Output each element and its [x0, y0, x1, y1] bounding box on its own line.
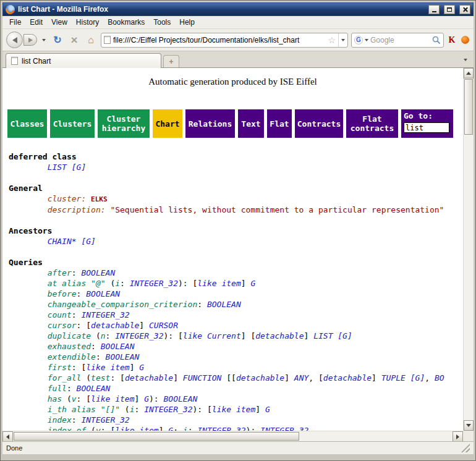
- nav-button-flat[interactable]: Flat: [267, 109, 292, 138]
- scroll-right-button[interactable]: [453, 431, 463, 442]
- menu-tools[interactable]: Tools: [149, 17, 175, 28]
- class-link[interactable]: BOOLEAN: [101, 342, 135, 351]
- search-bar[interactable]: Google: [351, 33, 444, 48]
- nav-button-relations[interactable]: Relations: [185, 109, 235, 138]
- scroll-down-button[interactable]: [464, 420, 474, 431]
- search-icon[interactable]: [432, 36, 441, 44]
- class-link[interactable]: INTEGER_32: [81, 415, 129, 425]
- maximize-button[interactable]: [444, 5, 455, 14]
- class-link[interactable]: like item: [91, 394, 134, 404]
- code-text: i_th: [48, 405, 67, 414]
- url-bar[interactable]: file:///C:/Eiffel Projects/tour/Document…: [101, 33, 348, 48]
- minimize-button[interactable]: [428, 5, 440, 14]
- extension-icon-k[interactable]: [447, 35, 457, 46]
- class-link[interactable]: INTEGER_32: [81, 310, 129, 319]
- vertical-scrollbar[interactable]: [463, 68, 474, 431]
- class-link[interactable]: LIST [G]: [313, 331, 352, 340]
- scroll-left-button[interactable]: [2, 431, 13, 442]
- bookmark-star-icon[interactable]: [328, 35, 336, 46]
- goto-input[interactable]: [404, 122, 449, 133]
- nav-button-chart[interactable]: Chart: [153, 109, 182, 138]
- class-link[interactable]: INTEGER_32: [130, 279, 178, 288]
- class-link[interactable]: detachable: [125, 373, 173, 383]
- class-link[interactable]: CURSOR: [149, 321, 178, 330]
- class-link[interactable]: like item: [212, 405, 255, 414]
- nav-button-classes[interactable]: Classes: [7, 109, 47, 138]
- title-bar[interactable]: list Chart - Mozilla Firefox: [2, 2, 474, 16]
- menu-view[interactable]: View: [47, 17, 72, 28]
- code-text: i: [183, 426, 188, 431]
- horizontal-scrollbar-thumb[interactable]: [14, 432, 299, 441]
- class-link[interactable]: detachable: [91, 321, 139, 330]
- code-line: first: [like item] G: [9, 362, 463, 373]
- horizontal-scrollbar[interactable]: [2, 431, 463, 441]
- class-link[interactable]: G: [265, 405, 270, 414]
- class-link[interactable]: detachable: [236, 373, 284, 383]
- tab-list-chart[interactable]: list Chart: [6, 53, 161, 68]
- class-link[interactable]: detachable: [255, 331, 304, 340]
- history-dropdown-button[interactable]: [40, 34, 48, 46]
- scroll-up-button[interactable]: [464, 68, 474, 78]
- extension-icon-orange[interactable]: [460, 35, 470, 46]
- menu-bookmarks[interactable]: Bookmarks: [103, 17, 149, 28]
- class-link[interactable]: ANY: [294, 373, 308, 383]
- url-text[interactable]: file:///C:/Eiffel Projects/tour/Document…: [113, 36, 325, 44]
- horizontal-scrollbar-track[interactable]: [300, 431, 453, 441]
- class-link[interactable]: LIST [G]: [48, 163, 87, 172]
- code-text: ]: [255, 405, 265, 414]
- resize-grip[interactable]: [461, 444, 470, 452]
- search-placeholder[interactable]: Google: [370, 36, 430, 44]
- class-link[interactable]: INTEGER_32: [260, 426, 308, 431]
- stop-button[interactable]: [67, 33, 81, 47]
- code-line: index_of (v: [like item] G; i: INTEGER_3…: [9, 425, 463, 431]
- class-link[interactable]: detachable: [323, 373, 372, 383]
- class-link[interactable]: G: [168, 426, 173, 431]
- nav-button-flat-contracts[interactable]: Flat contracts: [346, 109, 398, 138]
- menu-file[interactable]: File: [5, 17, 25, 28]
- nav-button-contracts[interactable]: Contracts: [295, 109, 343, 138]
- url-dropdown-button[interactable]: [338, 33, 347, 47]
- forward-button[interactable]: [23, 34, 37, 46]
- class-link[interactable]: INTEGER_32: [197, 426, 245, 431]
- class-link[interactable]: like item: [115, 426, 158, 431]
- close-button[interactable]: [459, 5, 470, 14]
- code-text: ;: [173, 426, 183, 431]
- list-all-tabs-button[interactable]: [460, 54, 471, 66]
- vertical-scrollbar-track[interactable]: [464, 135, 474, 420]
- class-link[interactable]: FUNCTION: [183, 373, 222, 383]
- vertical-scrollbar-thumb[interactable]: [464, 79, 473, 135]
- refresh-button[interactable]: [51, 33, 64, 47]
- class-link[interactable]: INTEGER_32: [144, 405, 192, 414]
- code-text: : [: [72, 363, 86, 372]
- menu-edit[interactable]: Edit: [25, 17, 47, 28]
- nav-button-cluster-hierarchy[interactable]: Cluster hierarchy: [98, 109, 150, 138]
- class-link[interactable]: BOOLEAN: [81, 268, 115, 277]
- nav-button-clusters[interactable]: Clusters: [50, 109, 95, 138]
- code-line: changeable_comparison_criterion: BOOLEAN: [9, 299, 463, 310]
- class-link[interactable]: G: [144, 394, 149, 404]
- home-button[interactable]: [84, 33, 98, 47]
- class-link[interactable]: BOOLEAN: [164, 394, 198, 404]
- class-link[interactable]: BO: [435, 373, 444, 383]
- code-text: ,: [425, 373, 435, 383]
- menu-help[interactable]: Help: [175, 17, 199, 28]
- class-link[interactable]: TUPLE [G]: [381, 373, 425, 383]
- code-text: after: [48, 268, 72, 277]
- class-link[interactable]: G: [139, 363, 144, 372]
- search-engine-dropdown-icon[interactable]: [365, 39, 368, 41]
- class-link[interactable]: BOOLEAN: [106, 352, 140, 362]
- nav-button-text[interactable]: Text: [238, 109, 264, 138]
- class-link[interactable]: like item: [86, 363, 129, 372]
- class-link[interactable]: BOOLEAN: [207, 300, 241, 309]
- class-link[interactable]: like item: [197, 279, 240, 288]
- class-link[interactable]: BOOLEAN: [86, 289, 120, 298]
- back-button[interactable]: [6, 32, 23, 48]
- class-link[interactable]: INTEGER_32: [115, 331, 163, 340]
- new-tab-button[interactable]: [163, 55, 179, 67]
- class-link[interactable]: like Current: [183, 331, 241, 340]
- google-engine-icon[interactable]: [354, 36, 363, 44]
- class-link[interactable]: CHAIN* [G]: [48, 237, 96, 246]
- class-link[interactable]: G: [250, 279, 255, 288]
- menu-history[interactable]: History: [72, 17, 103, 28]
- class-link[interactable]: BOOLEAN: [77, 384, 111, 393]
